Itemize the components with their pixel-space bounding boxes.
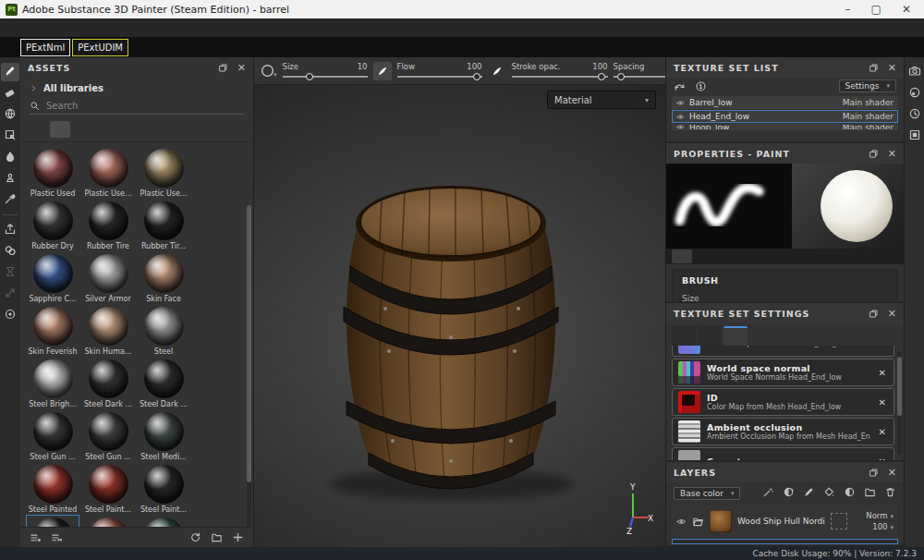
stroke-opacity-slider[interactable]: Stroke opac.100 [512, 62, 608, 80]
undock-panel-icon[interactable] [869, 149, 879, 159]
grid-view-icon[interactable] [225, 121, 246, 138]
flow-slider[interactable]: Flow100 [397, 62, 482, 80]
tool-button-icon[interactable] [1, 84, 19, 103]
list-view-icon[interactable] [30, 531, 42, 543]
material-item[interactable]: Steel Dark ... [137, 357, 190, 409]
material-item[interactable]: Steel Gun ... [26, 409, 79, 462]
tool-button-icon[interactable] [1, 221, 19, 239]
texture-set-row[interactable]: Hoop_low Main shader [672, 124, 898, 130]
blend-mode-dropdown[interactable]: Norm▾ [866, 511, 894, 520]
tool-button-icon[interactable] [1, 242, 19, 261]
remove-mesh-map-icon[interactable]: ✕ [877, 346, 888, 348]
visibility-eye-icon[interactable] [676, 99, 685, 107]
material-item[interactable]: Steel Gun ... [81, 409, 135, 462]
layers-toolbar-icon[interactable] [823, 484, 835, 502]
asset-filter-button[interactable] [183, 121, 203, 138]
texture-set-settings-tab[interactable] [698, 326, 722, 346]
material-item[interactable]: Steel Paint... [137, 462, 190, 515]
dock-tool-button[interactable] [906, 63, 924, 81]
texture-set-settings-dropdown[interactable]: Settings▾ [839, 79, 896, 92]
mesh-map-row[interactable]: Ambient occlusion Ambient Occlusion Map … [672, 418, 894, 445]
tool-button-icon[interactable] [1, 63, 19, 81]
remove-mesh-map-icon[interactable]: ✕ [877, 368, 888, 378]
tool-button-icon[interactable] [1, 148, 19, 166]
tool-button-icon[interactable] [1, 169, 19, 188]
material-item[interactable]: Steel Paint... [26, 515, 79, 527]
asset-filter-button[interactable] [72, 121, 92, 138]
texture-set-row[interactable]: Head_End_low Main shader [672, 110, 898, 123]
opacity-dropdown[interactable]: 100▾ [872, 522, 894, 531]
texture-set-shader[interactable]: Main shader [843, 112, 894, 121]
layers-toolbar-icon[interactable] [783, 484, 795, 502]
tool-button-icon[interactable] [1, 306, 19, 324]
close-panel-icon[interactable]: ✕ [888, 467, 896, 479]
remove-mesh-map-icon[interactable]: ✕ [877, 397, 888, 408]
layer-row[interactable]: Wood Ship Hull Nordic Norm▾ 100▾ [672, 505, 898, 537]
properties-tab[interactable] [744, 250, 764, 263]
asset-filter-button[interactable] [139, 121, 159, 138]
group-folder-icon[interactable] [692, 516, 704, 528]
tool-button-icon[interactable] [1, 190, 19, 209]
mesh-maps-scrollbar[interactable] [897, 351, 902, 455]
close-panel-icon[interactable]: ✕ [888, 308, 896, 320]
plugin-button-pextudim[interactable]: PExtUDIM [72, 39, 128, 56]
undock-panel-icon[interactable] [869, 468, 879, 478]
import-folder-icon[interactable] [211, 531, 223, 543]
mesh-map-row[interactable]: Curvature ✕ [672, 447, 894, 460]
material-item[interactable]: Skin Face [137, 251, 190, 304]
material-item[interactable]: Steel Brigh... [26, 357, 79, 409]
tool-button-icon[interactable] [1, 263, 19, 282]
material-item[interactable]: Skin Feverish [26, 304, 79, 357]
material-item[interactable]: Steel Paint... [81, 462, 135, 515]
all-libraries-label[interactable]: All libraries [43, 83, 103, 93]
material-item[interactable]: Steel Dark ... [81, 357, 135, 409]
refresh-assets-icon[interactable] [189, 531, 201, 543]
layer-mask-slot[interactable] [831, 513, 847, 530]
texture-set-shader[interactable]: Main shader [843, 98, 894, 107]
asset-filter-button[interactable] [28, 121, 48, 138]
material-item[interactable]: Rubber Tire [81, 199, 135, 251]
tool-button-icon[interactable] [3, 214, 18, 215]
minimize-button[interactable]: – [845, 4, 851, 15]
properties-tab[interactable] [720, 250, 740, 263]
asset-filter-button[interactable] [161, 121, 181, 138]
material-item[interactable]: Plastic Used [26, 146, 79, 199]
remove-mesh-map-icon[interactable]: ✕ [877, 427, 888, 437]
undock-panel-icon[interactable] [218, 63, 228, 73]
sync-visibility-icon[interactable] [674, 80, 686, 92]
texture-set-row[interactable]: Barrel_low Main shader [672, 96, 898, 109]
brush-alpha-icon[interactable] [373, 62, 392, 80]
undock-panel-icon[interactable] [869, 63, 879, 73]
material-item[interactable]: Steel Medi... [137, 409, 190, 462]
material-item[interactable]: Steel Painted [26, 462, 79, 515]
layers-toolbar-icon[interactable] [864, 484, 876, 502]
asset-filter-button[interactable] [50, 121, 70, 138]
mesh-map-row[interactable]: Normal Map from Mesh Head_End_low ✕ [672, 346, 894, 357]
maximize-button[interactable]: ▢ [871, 4, 881, 15]
close-panel-icon[interactable]: ✕ [888, 148, 896, 160]
solo-visibility-icon[interactable] [695, 80, 707, 92]
material-item[interactable]: Plastic Use... [137, 146, 190, 199]
properties-tab[interactable] [672, 250, 692, 263]
remove-mesh-map-icon[interactable]: ✕ [877, 457, 888, 461]
tool-button-icon[interactable] [1, 127, 19, 145]
material-item[interactable]: Steel Paint... [137, 515, 190, 527]
asset-filter-button[interactable] [94, 121, 115, 138]
material-item[interactable]: Sapphire C... [26, 251, 79, 304]
dock-tool-button[interactable] [906, 127, 924, 145]
texture-set-settings-tab[interactable] [672, 326, 696, 346]
brush-shape-selector[interactable]: ▾ [260, 63, 277, 79]
visibility-eye-icon[interactable] [676, 113, 685, 121]
asset-search-input[interactable]: Search [30, 101, 244, 115]
close-panel-icon[interactable]: ✕ [888, 62, 896, 74]
dock-tool-button[interactable] [906, 84, 924, 103]
layer-visibility-icon[interactable] [676, 517, 687, 527]
3d-viewport[interactable]: Material ▾ Y X Z [254, 85, 665, 547]
size-slider[interactable]: Size10 [283, 62, 368, 80]
expand-libraries-icon[interactable] [30, 84, 38, 92]
channel-filter-dropdown[interactable]: Base color▾ [674, 487, 740, 500]
layers-toolbar-icon[interactable] [844, 484, 856, 502]
detail-view-icon[interactable] [51, 531, 63, 543]
material-item[interactable]: Steel [137, 304, 190, 357]
undock-panel-icon[interactable] [869, 309, 879, 319]
